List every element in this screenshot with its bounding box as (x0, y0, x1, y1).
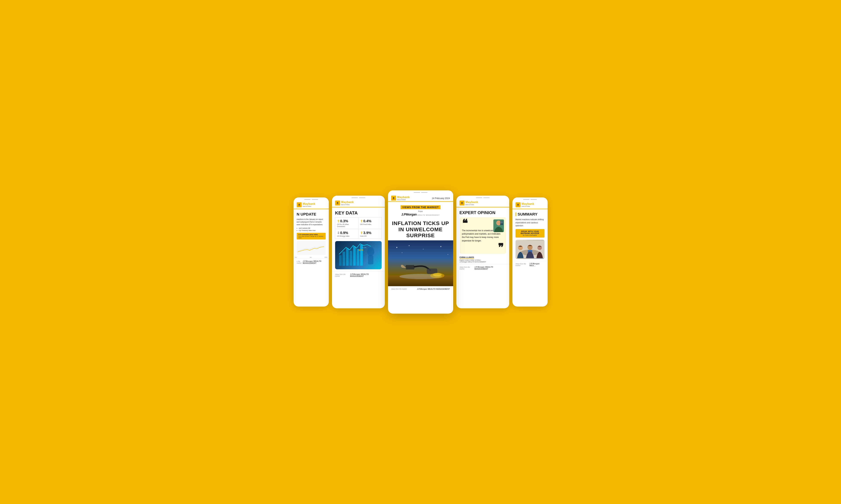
cta-sub-text: for more information (518, 234, 542, 236)
list-item: tock markets fell (299, 227, 326, 229)
svg-point-3 (298, 204, 299, 205)
svg-point-8 (337, 202, 337, 203)
drag-indicator (294, 197, 329, 201)
chart-svg (297, 241, 326, 255)
gas-pump-svg (388, 240, 453, 286)
mini-chart (297, 241, 326, 255)
views-label: VIEWS FROM THE MARKET (401, 205, 440, 209)
metric-value: 3.9% (363, 231, 371, 235)
svg-point-42 (461, 202, 462, 203)
maybank-sub: Securities (397, 199, 410, 201)
maybank-tiger-icon (515, 202, 521, 207)
metric-value: 0.9% (340, 231, 348, 235)
footer-right: J.P.Morgan WEA... (529, 263, 544, 267)
data-image: 58.70 +2.3% (335, 241, 382, 269)
svg-point-24 (393, 198, 393, 198)
card-header: Maybank Securities (332, 199, 385, 206)
footer-left: n the market (297, 260, 303, 264)
svg-rect-10 (339, 255, 341, 266)
update-text: reactions to the January on report and s… (294, 218, 329, 226)
expert-photo-svg (493, 219, 504, 232)
drag-bar (414, 192, 420, 193)
maybank-text: Maybank Securities (303, 202, 315, 207)
footer-right: J.P.Morgan WEALTH MANAGEMENT (350, 273, 382, 277)
card-summary: Maybank Securities SUMMARY Market reacti… (512, 197, 548, 307)
arrow-up-icon: ⇧ (360, 219, 363, 223)
svg-point-25 (393, 198, 394, 198)
metric-value: 0.4% (363, 219, 371, 223)
author-name: CHINA LLANOS (459, 256, 474, 259)
cta-main-text: SPEAK WITH YOUR MAYBANK ADVISOR (518, 231, 542, 234)
summary-bar (515, 212, 516, 216)
maybank-tiger-icon (391, 196, 396, 201)
card-header: Maybank Securities (456, 199, 509, 206)
data-value-0: ⇧ 0.3% (337, 219, 357, 223)
author-org: J.P.Morgan WEALTH MANAGEMENT (459, 261, 506, 263)
arrow-up-icon: ⇧ (360, 231, 363, 235)
svg-rect-14 (353, 246, 356, 266)
jpmorgan-logo: J.PMorgan (401, 213, 417, 216)
svg-point-54 (518, 204, 519, 205)
center-headline: INFLATION TICKS UP IN UNWELCOME SURPRISE (388, 218, 453, 240)
data-chart-svg: 58.70 +2.3% (335, 241, 381, 269)
svg-point-31 (423, 249, 424, 250)
maybank-tiger-icon (459, 201, 465, 205)
data-cell-0: ⇧ 0.3% CPI for All Urban Consumers (335, 217, 358, 229)
drag-bar (304, 199, 311, 200)
data-value-2: ⇩ 0.9% (337, 231, 357, 235)
summary-text: Market reactions indicate shifting expec… (512, 218, 548, 229)
maybank-logo: Maybank Securities (459, 201, 478, 205)
arrow-up-icon: ⇧ (337, 219, 340, 223)
footer-right: J.P.Morgan WEALTH MANAGEMENT (417, 288, 450, 290)
drag-bar (530, 199, 537, 200)
drag-bar (483, 197, 490, 198)
svg-point-38 (433, 273, 442, 276)
data-label-2: CPI Energy Index (337, 235, 357, 237)
data-label-3: Core CPI (360, 235, 380, 237)
card-key-data: Maybank Securities KEY DATA ⇧ 0.3% CPI f… (332, 196, 385, 308)
maybank-name: Maybank (466, 201, 478, 204)
cpi-badge-title: U.S consumer price index (298, 234, 324, 235)
update-list: tock markets fell 0 yr Treasury rates ro… (297, 227, 326, 231)
metric-value: 0.3% (340, 219, 348, 223)
yellow-divider (512, 209, 548, 209)
drag-indicator (332, 196, 385, 199)
footer-left: Views from the market (515, 263, 529, 267)
drag-indicator (388, 191, 453, 194)
summary-title-text: SUMMARY (518, 212, 538, 217)
data-cell-2: ⇩ 0.9% CPI Energy Index (335, 229, 358, 239)
card-footer: Views from the market J.P.Morgan WEALTH … (456, 264, 509, 272)
data-grid: ⇧ 0.3% CPI for All Urban Consumers ⇧ 0.4… (335, 217, 382, 239)
data-cell-3: ⇧ 3.9% Core CPI (358, 229, 382, 239)
maybank-tiger-icon (335, 201, 340, 205)
svg-rect-35 (406, 265, 415, 269)
maybank-text: Maybank Securities (466, 201, 478, 205)
cpi-badge: U.S consumer price index over-year perce… (297, 233, 326, 239)
author-block: CHINA LLANOS Digital Content Writer & Ed… (459, 255, 506, 263)
maybank-text: Maybank Securities (341, 201, 354, 205)
chart-label-2024: 2024 (325, 257, 327, 258)
list-item: 0 yr Treasury rates rose (299, 230, 326, 231)
maybank-sub: Securities (341, 204, 354, 205)
card-header: Maybank Securities (512, 201, 548, 208)
author-title: Digital Content Writer & Editor, (459, 259, 506, 261)
expert-photo (493, 219, 504, 232)
mini-chart-labels: Oct Jan 2024 (294, 256, 329, 258)
maybank-tiger-icon (297, 202, 302, 207)
footer-left: Views from the market (391, 288, 407, 290)
maybank-sub: Securities (466, 204, 478, 205)
drag-bar (421, 192, 427, 193)
svg-text:+2.3%: +2.3% (362, 247, 367, 249)
quote-close-icon: ❞ (462, 244, 504, 251)
card-footer: Views from the market J.P.Morgan WEALTH … (388, 286, 453, 292)
svg-rect-11 (343, 252, 345, 266)
svg-rect-18 (368, 255, 373, 264)
maybank-name: Maybank (303, 202, 315, 205)
center-header: Maybank Securities 14 February 2024 (388, 194, 453, 201)
svg-rect-26 (388, 240, 453, 275)
svg-point-17 (367, 247, 374, 256)
card-footer: n the market J.P.Morgan WEALTH MANAGEMEN… (294, 258, 329, 266)
cta-button[interactable]: SPEAK WITH YOUR MAYBANK ADVISOR for more… (515, 229, 544, 237)
expert-title: EXPERT OPINION (456, 209, 509, 217)
yellow-divider (332, 207, 385, 208)
